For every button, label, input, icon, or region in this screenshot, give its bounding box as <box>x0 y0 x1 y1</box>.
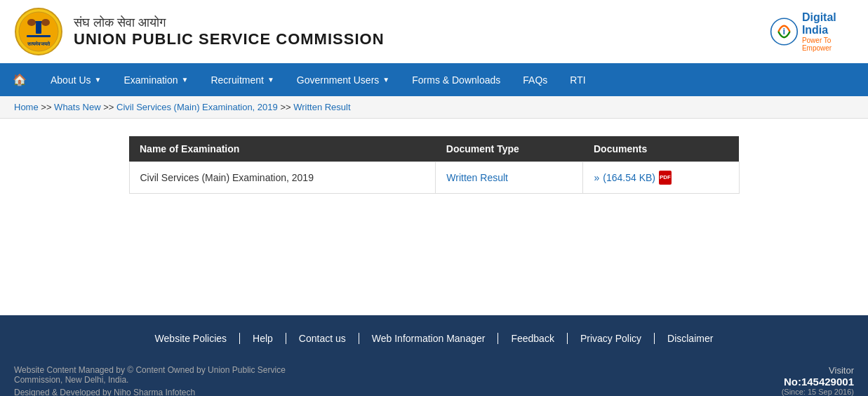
hindi-title: संघ लोक सेवा आयोग <box>74 15 385 30</box>
di-circle-icon: i <box>770 14 799 49</box>
doc-link-prefix: » <box>594 172 599 183</box>
col-doc-type: Document Type <box>436 136 583 162</box>
footer-privacy-policy[interactable]: Privacy Policy <box>568 333 655 344</box>
govt-dropdown-arrow: ▼ <box>382 76 389 84</box>
digital-india-label: Digital India <box>802 11 854 37</box>
svg-point-4 <box>27 19 36 26</box>
english-title: UNION PUBLIC SERVICE COMMISSION <box>74 30 385 48</box>
exam-name-cell: Civil Services (Main) Examination, 2019 <box>129 162 436 194</box>
svg-rect-3 <box>36 23 41 34</box>
footer-disclaimer[interactable]: Disclaimer <box>655 333 726 344</box>
footer-managed-text: Website Content Managed by © Content Own… <box>14 365 295 396</box>
main-content: Name of Examination Document Type Docume… <box>0 119 868 301</box>
emblem-icon: सत्यमेव जयते <box>14 7 63 56</box>
svg-text:i: i <box>783 26 786 37</box>
nav-government-users[interactable]: Government Users ▼ <box>286 65 401 95</box>
pdf-icon: PDF <box>659 171 672 185</box>
nav-forms-downloads[interactable]: Forms & Downloads <box>401 65 512 95</box>
doc-type-cell: Written Result <box>436 162 583 194</box>
doc-download-link[interactable]: » (164.54 KB) PDF <box>594 171 728 185</box>
footer-bottom: Website Content Managed by © Content Own… <box>14 358 854 396</box>
page-header: सत्यमेव जयते संघ लोक सेवा आयोग UNION PUB… <box>0 0 868 63</box>
nav-about-us[interactable]: About Us ▼ <box>39 65 113 95</box>
footer: Website Policies Help Contact us Web Inf… <box>0 315 868 396</box>
footer-visitor: Visitor No:145429001 (Since: 15 Sep 2016… <box>782 365 854 396</box>
about-dropdown-arrow: ▼ <box>95 76 102 84</box>
breadcrumb-whats-new[interactable]: Whats New <box>54 102 100 112</box>
exam-dropdown-arrow: ▼ <box>182 76 189 84</box>
digital-india-subtitle: Power To Empower <box>802 37 854 52</box>
col-documents: Documents <box>583 136 739 162</box>
nav-examination[interactable]: Examination ▼ <box>113 65 200 95</box>
doc-download-cell: » (164.54 KB) PDF <box>583 162 739 194</box>
breadcrumb-exam[interactable]: Civil Services (Main) Examination, 2019 <box>116 102 278 112</box>
org-title: संघ लोक सेवा आयोग UNION PUBLIC SERVICE C… <box>74 15 385 48</box>
doc-size: (164.54 KB) <box>603 172 655 183</box>
digital-india-text: Digital India Power To Empower <box>802 11 854 52</box>
table-row: Civil Services (Main) Examination, 2019 … <box>129 162 739 194</box>
nav-rti[interactable]: RTI <box>559 65 596 95</box>
breadcrumb: Home >> Whats New >> Civil Services (Mai… <box>0 96 868 119</box>
visitor-since: (Since: 15 Sep 2016) <box>782 388 854 396</box>
recruitment-dropdown-arrow: ▼ <box>267 76 274 84</box>
svg-rect-6 <box>27 35 51 37</box>
logo-area: सत्यमेव जयते संघ लोक सेवा आयोग UNION PUB… <box>14 7 385 56</box>
footer-contact-us[interactable]: Contact us <box>286 333 359 344</box>
nav-recruitment[interactable]: Recruitment ▼ <box>199 65 285 95</box>
footer-help[interactable]: Help <box>240 333 286 344</box>
svg-text:सत्यमेव जयते: सत्यमेव जयते <box>27 41 51 46</box>
home-nav-button[interactable]: 🏠 <box>0 63 39 96</box>
breadcrumb-home[interactable]: Home <box>14 102 39 112</box>
svg-point-5 <box>41 19 50 26</box>
navbar: 🏠 About Us ▼ Examination ▼ Recruitment ▼… <box>0 63 868 96</box>
nav-faqs[interactable]: FAQs <box>512 65 559 95</box>
footer-website-policies[interactable]: Website Policies <box>142 333 240 344</box>
digital-india-logo: i Digital India Power To Empower <box>770 13 854 51</box>
visitor-label: Visitor <box>782 365 854 376</box>
documents-table: Name of Examination Document Type Docume… <box>129 136 740 194</box>
footer-web-info-manager[interactable]: Web Information Manager <box>359 333 499 344</box>
breadcrumb-written-result[interactable]: Written Result <box>293 102 350 112</box>
visitor-number: No:145429001 <box>782 376 854 388</box>
footer-links: Website Policies Help Contact us Web Inf… <box>14 333 854 344</box>
col-exam-name: Name of Examination <box>129 136 436 162</box>
footer-feedback[interactable]: Feedback <box>498 333 567 344</box>
